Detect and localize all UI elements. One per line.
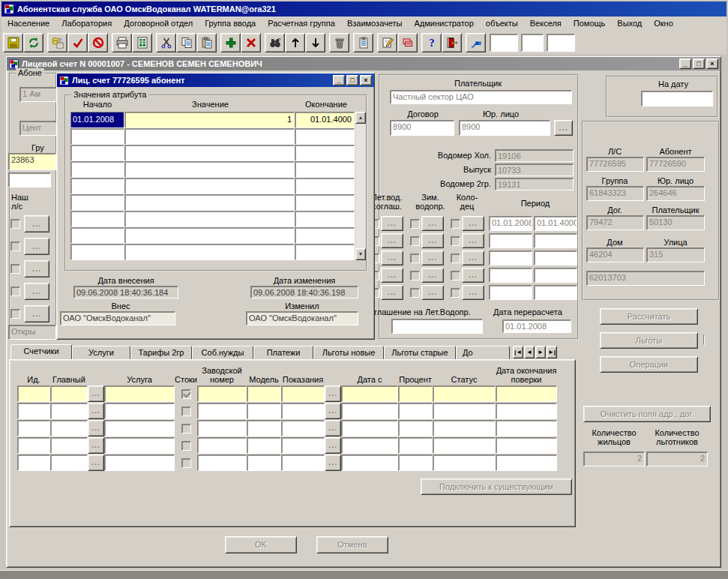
stoki-checkbox[interactable] (181, 441, 191, 451)
well-checkbox[interactable] (451, 236, 460, 246)
menu-obekty[interactable]: объекты (480, 16, 524, 32)
street-field[interactable]: 315 (646, 248, 705, 262)
contract-field[interactable]: 8900 (390, 120, 454, 136)
grid-scrollbar[interactable]: ▲ ▼ (355, 112, 366, 260)
end-cell[interactable]: 01.01.4000 (295, 112, 355, 128)
query-icon[interactable]: ? (47, 33, 67, 52)
edit-icon[interactable] (377, 33, 397, 52)
status-cell[interactable] (433, 403, 496, 419)
dialog-minimize-icon[interactable]: _ (333, 75, 345, 86)
end-cell[interactable] (295, 227, 355, 244)
cancel-button[interactable]: Отмена (316, 536, 388, 554)
menu-raschetnaya[interactable]: Расчетная группа (262, 16, 341, 32)
date-added-field[interactable]: 09.06.2008 18:40:36.184 (73, 286, 178, 298)
id-cell[interactable] (17, 454, 50, 471)
period-end-field[interactable] (534, 233, 577, 248)
summer-dots-button[interactable]: ... (381, 268, 403, 283)
scroll-down-icon[interactable]: ▼ (355, 248, 366, 260)
winter-dots-button[interactable]: ... (421, 233, 444, 248)
nash-ls-checkbox[interactable] (10, 309, 20, 319)
tab-dogovory[interactable]: До (456, 346, 510, 359)
readings-cell[interactable] (281, 403, 325, 419)
percent-cell[interactable] (398, 420, 433, 436)
start-cell[interactable] (70, 211, 124, 227)
tab-schetchiki[interactable]: Счетчики (10, 344, 72, 359)
summer-dots-button[interactable]: ... (381, 233, 403, 248)
end-cell[interactable] (295, 178, 355, 194)
refresh-icon[interactable] (23, 33, 43, 52)
status-cell[interactable] (433, 437, 496, 454)
end-cell[interactable] (295, 145, 355, 161)
percent-cell[interactable] (398, 403, 433, 419)
tab-tarify-2gr[interactable]: Тарифы 2гр (130, 346, 192, 359)
value-cell[interactable] (124, 227, 295, 244)
dog-field[interactable]: 79472 (586, 215, 644, 230)
period-start-field[interactable] (489, 285, 532, 300)
abonent-field[interactable]: 77726590 (646, 157, 705, 172)
service-dots-button[interactable]: ... (88, 437, 104, 454)
date-from-cell[interactable] (341, 386, 398, 402)
nash-ls-dots-button[interactable]: ... (24, 283, 49, 300)
tab-lgoty-starye[interactable]: Льготы старые (384, 346, 456, 359)
abonent-type-field[interactable]: 1 Ам (19, 87, 57, 102)
value-cell[interactable] (124, 244, 295, 260)
save-icon[interactable] (3, 33, 23, 52)
main-cell[interactable] (50, 403, 88, 419)
stoki-checkbox[interactable] (181, 458, 191, 468)
id-cell[interactable] (17, 437, 50, 454)
scroll-up-icon[interactable]: ▲ (355, 112, 366, 124)
menu-vzaimozachety[interactable]: Взаимозачеты (341, 16, 409, 32)
copy-icon[interactable] (176, 33, 196, 52)
service-dots-button[interactable]: ... (88, 403, 104, 419)
well-dots-button[interactable]: ... (462, 250, 484, 266)
percent-cell[interactable] (398, 437, 433, 454)
meter2-field[interactable]: 19131 (495, 178, 574, 190)
toolbar-textbox-2[interactable] (521, 34, 544, 52)
tab-scroll-first-icon[interactable]: |◄ (513, 346, 523, 358)
trash-icon[interactable] (329, 33, 349, 52)
readings-cell[interactable] (281, 386, 325, 402)
minimize-icon[interactable]: _ (679, 58, 691, 69)
nash-ls-checkbox[interactable] (10, 219, 20, 229)
well-dots-button[interactable]: ... (462, 285, 484, 300)
open-status-field[interactable]: Откры (8, 325, 56, 340)
service-cell[interactable] (104, 420, 175, 436)
start-cell[interactable] (70, 128, 124, 145)
tab-platezhi[interactable]: Платежи (253, 346, 313, 359)
print-icon[interactable] (112, 33, 132, 52)
dom-field[interactable]: 46204 (586, 248, 644, 262)
tab-scroll-prev-icon[interactable]: ◄ (524, 346, 535, 358)
scrollbar-track[interactable] (355, 124, 366, 248)
readings-cell[interactable] (281, 454, 325, 471)
date-dots-button[interactable]: ... (325, 386, 341, 402)
ls-field[interactable]: 77726595 (586, 157, 644, 172)
residents-field[interactable]: 2 (583, 452, 645, 466)
id-cell[interactable] (17, 420, 50, 436)
period-start-field[interactable] (489, 268, 532, 283)
summer-dots-button[interactable]: ... (381, 216, 403, 231)
payer-field[interactable]: Частный сектор ЦАО (390, 90, 572, 104)
jur-lico-dots-button[interactable]: ... (554, 120, 573, 136)
winter-checkbox[interactable] (410, 219, 420, 229)
period-start-field[interactable] (489, 250, 532, 266)
status-cell[interactable] (433, 386, 496, 402)
date-dots-button[interactable]: ... (325, 420, 341, 436)
group-extra-field[interactable] (8, 172, 51, 188)
verify-date-cell[interactable] (496, 386, 557, 402)
paste-icon[interactable] (196, 33, 217, 52)
menu-okno[interactable]: Окно (648, 16, 679, 32)
factory-number-cell[interactable] (197, 437, 247, 454)
main-cell[interactable] (50, 386, 88, 402)
move-up-icon[interactable] (285, 33, 305, 52)
start-cell[interactable] (70, 227, 124, 244)
outlet-field[interactable]: 10733 (495, 164, 574, 176)
menu-dogovornoy[interactable]: Договорной отдел (118, 16, 199, 32)
start-cell[interactable] (70, 244, 124, 260)
status-cell[interactable] (433, 420, 496, 436)
value-cell[interactable]: 1 (124, 112, 295, 128)
added-by-field[interactable]: ОАО "ОмскВодоканал" (60, 311, 175, 326)
service-cell[interactable] (104, 437, 175, 454)
model-cell[interactable] (247, 403, 281, 419)
value-cell[interactable] (124, 178, 295, 194)
nash-ls-checkbox[interactable] (10, 242, 20, 251)
